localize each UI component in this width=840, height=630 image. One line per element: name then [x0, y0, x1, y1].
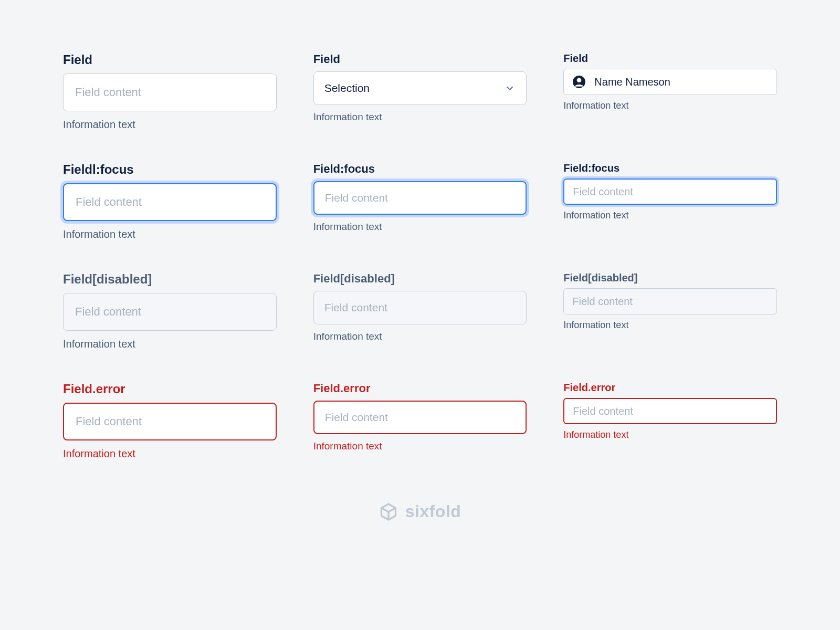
field-helper: Information text: [563, 320, 777, 331]
field-helper: Information text: [313, 111, 527, 123]
field-helper: Information text: [563, 210, 777, 221]
text-input-control[interactable]: [63, 74, 277, 111]
text-input-disabled: Field content: [572, 296, 633, 308]
text-input-control[interactable]: [313, 181, 527, 215]
field-default-large: Field Information text: [63, 52, 277, 131]
field-label: Field: [313, 52, 527, 66]
field-label: Field:focus: [563, 162, 777, 174]
text-input[interactable]: [573, 186, 768, 198]
text-input[interactable]: [75, 86, 265, 99]
field-label: Field:focus: [313, 162, 527, 176]
field-helper: Information text: [63, 119, 277, 131]
select-control[interactable]: Selection: [313, 71, 527, 105]
field-label: Field.error: [313, 382, 527, 395]
field-focus-large: Fieldl:focus Information text: [63, 162, 277, 240]
field-error-medium: Field.error Information text: [313, 382, 527, 460]
chevron-down-icon: [504, 82, 516, 94]
text-input[interactable]: [76, 415, 264, 428]
field-disabled-small: Field[disabled] Field content Informatio…: [563, 272, 777, 350]
user-input-control[interactable]: Name Nameson: [563, 69, 777, 95]
field-helper: Information text: [313, 440, 527, 452]
form-fields-grid: Field Information text Field Selection I…: [63, 52, 777, 460]
sixfold-cube-icon: [379, 502, 398, 521]
svg-point-1: [577, 78, 582, 82]
field-helper: Information text: [563, 100, 777, 111]
field-helper: Information text: [63, 448, 277, 460]
field-helper: Information text: [63, 338, 277, 350]
field-label: Field.error: [563, 382, 777, 394]
field-helper: Information text: [63, 228, 277, 240]
text-input[interactable]: [325, 192, 516, 204]
text-input-control: Field content: [563, 288, 777, 314]
text-input-disabled: Field content: [75, 305, 141, 319]
user-row: Name Nameson: [572, 75, 768, 89]
brand-name: sixfold: [405, 502, 461, 521]
text-input-control[interactable]: [313, 401, 527, 434]
field-label: Field.error: [63, 382, 277, 396]
field-error-large: Field.error Information text: [63, 382, 277, 460]
select-value: Selection: [324, 82, 370, 94]
text-input-control: Field content: [313, 291, 527, 324]
select-row[interactable]: Selection: [324, 82, 516, 94]
field-helper: Information text: [563, 429, 777, 440]
field-select-medium: Field Selection Information text: [313, 52, 527, 131]
text-input-disabled: Field content: [324, 301, 387, 314]
field-disabled-medium: Field[disabled] Field content Informatio…: [313, 272, 527, 350]
brand-logo: sixfold: [63, 502, 777, 521]
user-circle-icon: [572, 75, 586, 89]
text-input[interactable]: [573, 405, 768, 417]
field-label: Field[disabled]: [63, 272, 277, 287]
field-label: Field: [563, 52, 777, 65]
field-user-small: Field Name Nameson Information text: [563, 52, 777, 131]
text-input-control[interactable]: [563, 398, 777, 424]
field-helper: Information text: [313, 331, 527, 342]
field-label: Fieldl:focus: [63, 162, 277, 177]
text-input-control: Field content: [63, 293, 277, 331]
field-focus-medium: Field:focus Information text: [313, 162, 527, 240]
field-helper: Information text: [313, 221, 527, 233]
field-label: Field[disabled]: [563, 272, 777, 284]
field-error-small: Field.error Information text: [563, 382, 777, 460]
field-label: Field: [63, 52, 277, 67]
text-input-control[interactable]: [563, 178, 777, 205]
user-field-value: Name Nameson: [594, 76, 670, 88]
text-input[interactable]: [76, 195, 264, 209]
text-input-control[interactable]: [63, 403, 277, 440]
field-label: Field[disabled]: [313, 272, 527, 286]
text-input[interactable]: [325, 411, 516, 424]
field-focus-small: Field:focus Information text: [563, 162, 777, 240]
text-input-control[interactable]: [63, 183, 277, 221]
field-disabled-large: Field[disabled] Field content Informatio…: [63, 272, 277, 350]
